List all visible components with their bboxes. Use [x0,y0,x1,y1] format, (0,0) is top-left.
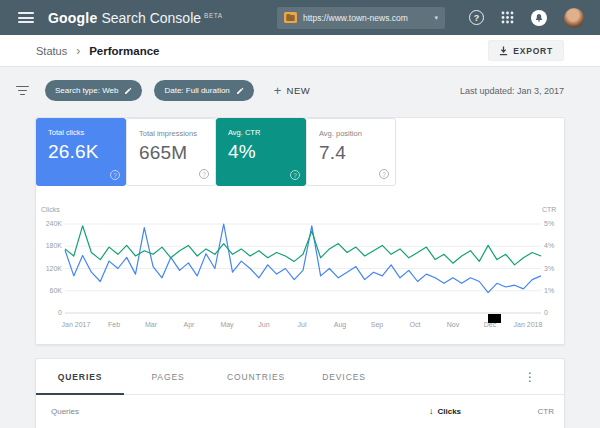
column-header-ctr[interactable]: CTR [538,407,554,416]
last-updated-text: Last updated: Jan 3, 2017 [460,86,564,96]
x-axis-tick: Jan 2018 [514,321,543,328]
left-axis-title: Clicks [41,206,60,213]
pencil-icon [124,87,132,95]
column-header-clicks[interactable]: ↓ Clicks [429,406,461,416]
page-title: Performance [89,45,159,57]
export-button[interactable]: EXPORT [488,40,564,61]
x-axis-tick: Feb [108,321,120,328]
x-axis-tick: Sep [371,321,383,328]
tab-pages[interactable]: PAGES [124,359,212,394]
property-url: https://www.town-news.com [303,13,430,23]
cursor-artifact [488,314,501,323]
y-axis-tick: 60K [36,286,62,296]
top-app-bar: Google Search Console BETA https://www.t… [0,0,600,35]
export-label: EXPORT [513,46,553,56]
filter-bar: Search type: Web Date: Full duration + N… [0,67,600,114]
breadcrumb-separator: › [76,44,80,58]
account-avatar[interactable] [564,8,584,28]
topbar-icons: ? [469,8,584,28]
y-axis-tick: 240K [36,219,62,229]
filter-chip-date[interactable]: Date: Full duration [154,80,253,101]
y-axis-tick: 4% [544,241,566,251]
overflow-menu-icon[interactable]: ⋮ [524,370,536,384]
sort-desc-icon: ↓ [429,406,434,416]
dimension-table-card: QUERIES PAGES COUNTRIES DEVICES ⋮ Querie… [35,358,565,428]
x-axis-tick: May [220,321,233,328]
beta-badge: BETA [204,12,223,19]
chip-label: Search type: Web [55,86,118,95]
x-axis-tick: Nov [447,321,459,328]
filter-chip-search-type[interactable]: Search type: Web [45,80,142,101]
tab-queries[interactable]: QUERIES [36,359,124,394]
help-icon[interactable]: ? [469,10,484,25]
y-axis-tick: 120K [36,264,62,274]
menu-icon[interactable] [18,12,34,23]
app-logo[interactable]: Google Search Console BETA [48,10,223,26]
logo-product: Search Console [101,10,201,26]
x-axis-tick: Apr [184,321,195,328]
x-axis-tick: Mar [145,321,157,328]
x-axis-tick: Aug [334,321,346,328]
x-axis-tick: Jul [298,321,307,328]
y-axis-tick: 3% [544,264,566,274]
column-header-queries[interactable]: Queries [51,407,79,416]
notifications-bell-icon[interactable] [531,10,547,26]
download-icon [499,46,508,56]
y-axis-tick: 0 [36,308,62,318]
performance-line-chart[interactable] [36,118,566,346]
logo-google: Google [48,10,97,26]
chevron-down-icon: ▾ [434,14,438,22]
dimension-tabs: QUERIES PAGES COUNTRIES DEVICES ⋮ [36,359,564,395]
table-header-row: Queries ↓ Clicks CTR [36,395,564,428]
pencil-icon [236,87,244,95]
right-axis-title: CTR [542,206,556,213]
property-folder-icon [284,12,297,23]
x-axis-tick: Jun [258,321,269,328]
filter-icon[interactable] [16,86,29,96]
search-console-performance-page: Google Search Console BETA https://www.t… [0,0,600,428]
chip-label: Date: Full duration [164,86,229,95]
performance-overview-card: Total clicks 26.6K ? Total impressions 6… [35,117,565,345]
apps-grid-icon[interactable] [501,11,514,24]
tab-devices[interactable]: DEVICES [300,359,388,394]
plus-icon: + [274,84,282,97]
breadcrumb-bar: Status › Performance EXPORT [0,35,600,67]
breadcrumb-status[interactable]: Status [36,45,67,57]
x-axis-tick: Jan 2017 [62,321,91,328]
y-axis-tick: 5% [544,219,566,229]
new-filter-button[interactable]: + NEW [274,84,311,97]
y-axis-tick: 0 [544,308,566,318]
property-selector[interactable]: https://www.town-news.com ▾ [277,7,445,29]
y-axis-tick: 1% [544,286,566,296]
tab-countries[interactable]: COUNTRIES [212,359,300,394]
x-axis-tick: Oct [410,321,421,328]
new-label: NEW [286,85,310,96]
y-axis-tick: 180K [36,241,62,251]
